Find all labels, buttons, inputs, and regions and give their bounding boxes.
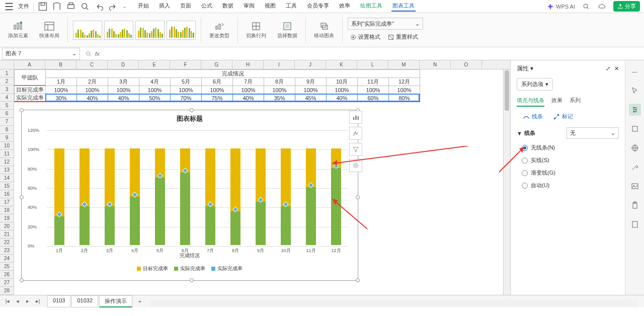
cell[interactable]: 7月 [232,77,264,86]
legend-item[interactable]: 实际完成率 [174,265,205,272]
col-header-K[interactable]: K [326,60,357,69]
cell[interactable]: 100% [76,86,108,94]
chart-object[interactable]: 图表标题0%20%40%60%80%100%120%1月2月3月4月5月6月7月… [21,110,358,281]
line-type-select[interactable]: 无 ⌄ [567,127,619,139]
cell[interactable]: 60% [357,94,389,102]
menu-tab-11[interactable]: 图表工具 [391,1,416,12]
select-data-button[interactable]: 选择数据 [274,19,300,41]
search-icon[interactable] [581,2,591,12]
share-button[interactable]: 分享 [613,1,640,12]
cell[interactable]: 8月 [264,77,295,86]
cell[interactable]: 40% [76,94,108,102]
row-header-25[interactable]: 25 [0,263,14,271]
sheet-nav-next[interactable]: ▸ [23,297,32,306]
menu-tab-0[interactable]: 开始 [137,1,150,12]
cell[interactable]: 100% [326,86,358,94]
col-header-M[interactable]: M [388,60,420,69]
prop-tab-0[interactable]: 填充与线条 [517,97,544,107]
cell[interactable]: 完成情况 [45,69,420,78]
row-header-21[interactable]: 21 [0,230,14,239]
bar-group[interactable] [331,129,341,245]
chart-legend[interactable]: 目标完成率实际完成率实际完成率 [137,265,243,272]
col-header-L[interactable]: L [357,60,388,69]
vertical-scrollbar[interactable] [503,69,510,307]
line-section-title[interactable]: ▼ 线条 [517,129,535,137]
bar-group[interactable] [155,129,165,245]
name-box[interactable]: 图表 7 ⌄ [2,48,80,60]
undo-icon[interactable] [94,2,104,12]
col-header-O[interactable]: O [451,60,482,69]
pin-icon[interactable]: ⤢ [606,65,610,72]
chart-handle[interactable] [356,195,360,199]
file-menu[interactable]: 文件 [18,3,29,10]
chart-handle[interactable] [20,108,24,112]
row-header-2[interactable]: 2 [0,77,14,86]
chart-elements-button[interactable] [349,111,362,124]
page-icon[interactable] [629,218,641,230]
row-header-15[interactable]: 15 [0,182,14,190]
add-sheet-button[interactable]: + [135,297,144,306]
col-header-E[interactable]: E [139,60,170,69]
row-header-14[interactable]: 14 [0,174,14,182]
cell[interactable]: 100% [108,86,139,94]
bar-group[interactable] [230,129,240,245]
row-header-19[interactable]: 19 [0,214,14,222]
cell[interactable]: 6月 [201,77,233,86]
cell[interactable]: 100% [232,86,264,94]
cell[interactable]: 10月 [326,77,358,86]
move-chart-button[interactable]: 移动图表 [311,19,337,41]
sheet-nav-last[interactable]: ▸| [33,297,42,306]
menu-tab-7[interactable]: 工具 [285,1,298,12]
line-radio-2[interactable]: 渐变线(G) [522,169,619,177]
select-all-corner[interactable] [0,60,14,69]
cell[interactable]: 40% [108,94,139,102]
cell[interactable]: 45% [295,94,327,102]
row-header-7[interactable]: 7 [0,118,14,126]
row-header-8[interactable]: 8 [0,126,14,134]
bar-group[interactable] [281,129,291,245]
chart-handle[interactable] [20,195,24,199]
chart-handle[interactable] [356,278,360,282]
chart-handle[interactable] [190,278,194,282]
add-element-group[interactable]: 添加元素 [5,21,31,39]
close-icon[interactable]: ✕ [614,65,619,72]
cell[interactable]: 35% [264,94,295,102]
sheet-tab-2[interactable]: 操作演示 [99,295,132,307]
cell[interactable]: 100% [295,86,327,94]
col-header-A[interactable]: A [14,60,45,69]
menu-tab-4[interactable]: 数据 [221,1,234,12]
quick-layout-group[interactable]: 快速布局 [36,21,62,39]
sheet-tab-1[interactable]: 01032 [71,295,98,307]
tools-icon[interactable] [629,161,641,173]
col-header-G[interactable]: G [201,60,232,69]
menu-tab-8[interactable]: 会员专享 [306,1,330,12]
cell[interactable]: 实际完成率 [14,94,46,102]
cell[interactable]: 70% [170,94,202,102]
row-header-23[interactable]: 23 [0,247,14,255]
row-header-12[interactable]: 12 [0,158,14,166]
col-header-F[interactable]: F [170,60,201,69]
row-header-27[interactable]: 27 [0,279,14,287]
prop-tab-1[interactable]: 效果 [551,97,562,107]
chart-styles-button[interactable] [349,127,362,140]
bar-group[interactable] [79,129,90,245]
chart-style-thumb-2[interactable] [135,21,165,40]
cell[interactable]: 100% [357,86,389,94]
chart-style-thumb-1[interactable] [104,21,133,40]
menu-tab-9[interactable]: 效率 [338,1,351,12]
set-format-button[interactable]: 设置格式 [348,32,382,42]
subtab-line[interactable]: 线条 [523,113,543,120]
col-header-B[interactable]: B [45,60,76,69]
menu-tab-2[interactable]: 页面 [179,1,192,12]
sheet-nav-first[interactable]: |◂ [3,297,12,306]
legend-item[interactable]: 目标完成率 [137,265,168,272]
change-type-button[interactable]: 更改类型 [206,19,232,41]
fx-label[interactable]: fx [95,51,100,57]
redo-icon[interactable] [108,2,118,12]
series-option-combo[interactable]: 系列选项 ▾ [517,78,553,91]
cell[interactable]: 40% [326,94,358,102]
bar-group[interactable] [54,129,64,245]
bar-group[interactable] [105,129,115,245]
minimize-icon[interactable]: — [629,65,641,77]
row-header-17[interactable]: 17 [0,198,14,206]
